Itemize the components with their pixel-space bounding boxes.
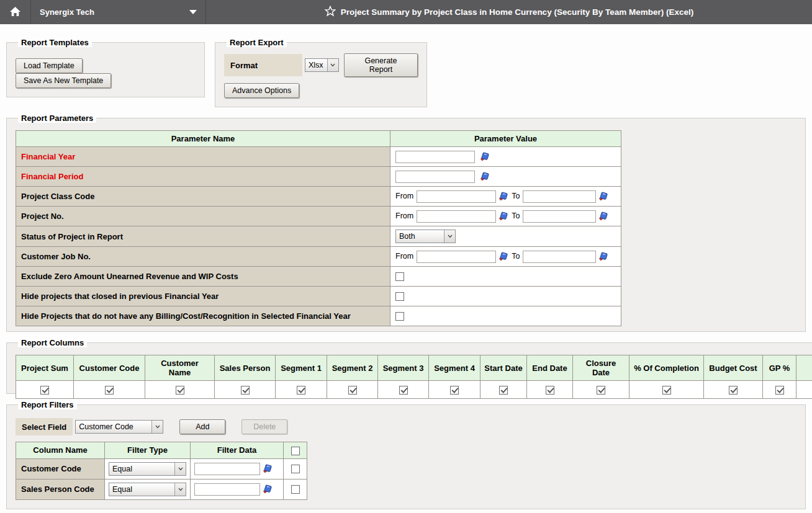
parameter-row: Exclude Zero Amount Unearned Revenue and… [16,267,621,287]
parameters-header-row: Parameter Name Parameter Value [16,131,621,147]
column-header: Segment 4 [429,355,480,381]
select-all-filters-checkbox[interactable] [291,447,300,455]
top-bar: Synergix Tech Project Summary by Project… [0,0,812,24]
project-class-code-from-input[interactable] [417,190,496,203]
report-export-legend: Report Export [227,38,287,47]
lookup-icon[interactable] [480,172,489,181]
column-checkbox[interactable] [499,386,508,395]
format-select-value: Xlsx [305,61,327,69]
format-select[interactable]: Xlsx [305,58,339,72]
chevron-down-icon [151,421,163,433]
report-parameters-legend: Report Parameters [18,114,96,123]
filter-column-name: Sales Person Code [16,479,105,499]
lookup-icon[interactable] [263,464,272,473]
column-header: Customer Code [74,355,145,381]
parameter-row: Hide projects that closed in previous Fi… [16,287,621,306]
lookup-icon[interactable] [498,252,508,261]
column-checkbox[interactable] [775,386,784,395]
column-checkbox[interactable] [597,386,605,395]
exclude-zero-amount-checkbox[interactable] [395,272,404,281]
column-header: Project Sum [16,355,74,381]
parameter-row: Status of Project in Report Both [16,226,621,247]
company-name: Synergix Tech [40,7,94,17]
column-checkbox[interactable] [348,386,357,395]
delete-filter-button[interactable]: Delete [241,419,287,434]
filter-type-header: Filter Type [105,442,191,459]
parameter-row: Customer Job No. FromTo [16,247,621,267]
report-columns-checkbox-row [16,381,812,399]
format-label: Format [224,54,302,76]
parameter-label: Hide Projects that do not have any Billi… [16,306,390,326]
column-checkbox[interactable] [176,386,184,395]
lookup-icon[interactable] [598,252,608,261]
chevron-down-icon [174,483,186,496]
filter-data-input[interactable] [194,463,260,475]
financial-year-input[interactable] [395,151,475,163]
filter-data-input[interactable] [194,483,260,496]
report-templates-section: Report Templates Load Template Save As N… [6,38,205,97]
favorite-star-icon[interactable] [325,6,336,19]
filter-row-checkbox[interactable] [291,465,300,473]
chevron-down-icon [444,230,455,243]
lookup-icon[interactable] [598,212,608,221]
parameter-label: Status of Project in Report [16,226,390,247]
column-header: Closure Date [573,355,629,381]
column-checkbox[interactable] [297,386,305,395]
title-area: Project Summary by Project Class in Home… [206,0,812,24]
project-no-from-input[interactable] [417,210,496,223]
parameter-row: Project Class Code FromTo [16,187,621,207]
filter-type-select[interactable]: Equal [109,483,186,496]
parameter-name-header: Parameter Name [16,131,390,147]
report-parameters-section: Report Parameters Parameter Name Paramet… [6,114,806,332]
page-title: Project Summary by Project Class in Home… [341,7,693,17]
advance-options-button[interactable]: Advance Options [224,83,299,98]
report-filters-legend: Report Filters [18,400,77,409]
load-template-button[interactable]: Load Template [16,58,83,73]
column-checkbox[interactable] [399,386,408,395]
home-button[interactable] [0,0,31,24]
lookup-icon[interactable] [263,484,272,494]
filter-type-select[interactable]: Equal [109,462,186,476]
customer-job-no-from-input[interactable] [417,251,496,263]
column-checkbox[interactable] [450,386,459,395]
column-header: Start Date [480,355,527,381]
customer-job-no-to-input[interactable] [523,251,596,263]
report-columns-legend: Report Columns [18,338,87,347]
column-checkbox[interactable] [662,386,671,395]
lookup-icon[interactable] [480,152,489,161]
parameter-row: Financial Period [16,167,621,187]
generate-report-button[interactable]: Generate Report [344,53,418,77]
to-label: To [512,212,520,220]
hide-closed-projects-checkbox[interactable] [395,292,404,301]
column-checkbox[interactable] [729,386,738,395]
project-class-code-to-input[interactable] [523,190,596,203]
column-header: Segment 3 [378,355,429,381]
financial-period-input[interactable] [395,171,475,183]
column-checkbox[interactable] [40,386,49,395]
add-filter-button[interactable]: Add [179,419,225,434]
select-field-dropdown[interactable]: Customer Code [75,420,163,434]
column-checkbox[interactable] [105,386,114,395]
lookup-icon[interactable] [498,192,508,201]
project-no-to-input[interactable] [523,210,596,223]
report-templates-legend: Report Templates [18,38,92,47]
home-icon [9,6,21,19]
column-header: GP % [763,355,796,381]
company-selector[interactable]: Synergix Tech [31,0,206,24]
column-checkbox[interactable] [241,386,250,395]
lookup-icon[interactable] [598,192,608,201]
column-header: Sales Person [215,355,276,381]
project-status-select[interactable]: Both [395,230,456,243]
column-checkbox[interactable] [546,386,554,395]
hide-no-activity-projects-checkbox[interactable] [395,312,404,321]
parameter-label: Project Class Code [16,187,390,207]
top-fieldsets-row: Report Templates Load Template Save As N… [0,38,812,107]
parameter-label: Hide projects that closed in previous Fi… [16,287,390,306]
filter-row-checkbox[interactable] [291,485,300,494]
column-header: Billed [796,355,812,381]
to-label: To [512,252,520,261]
save-as-new-template-button[interactable]: Save As New Template [16,73,111,88]
lookup-icon[interactable] [498,212,508,221]
filter-data-header: Filter Data [191,442,284,459]
filter-column-name: Customer Code [16,458,105,479]
